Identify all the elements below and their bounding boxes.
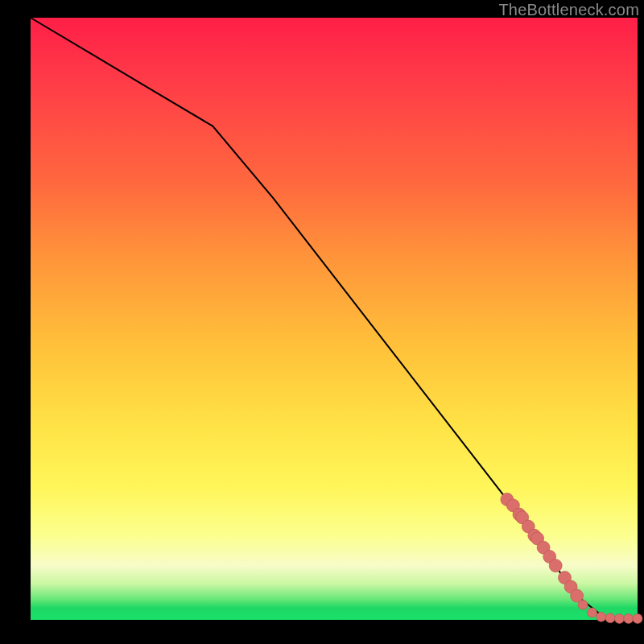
sample-point: [614, 614, 624, 624]
plot-area: [31, 18, 638, 620]
sample-point: [624, 614, 634, 624]
bottleneck-curve: [31, 18, 638, 620]
sample-points-group: [501, 493, 642, 623]
sample-point: [578, 600, 588, 609]
sample-point: [633, 614, 642, 624]
chart-frame: TheBottleneck.com: [0, 0, 644, 644]
sample-point: [597, 612, 606, 621]
sample-point: [605, 613, 615, 623]
sample-point: [588, 608, 597, 617]
watermark-text: TheBottleneck.com: [498, 1, 639, 19]
sample-point: [549, 559, 562, 572]
curve-group: [31, 18, 638, 620]
chart-overlay: [31, 18, 638, 620]
